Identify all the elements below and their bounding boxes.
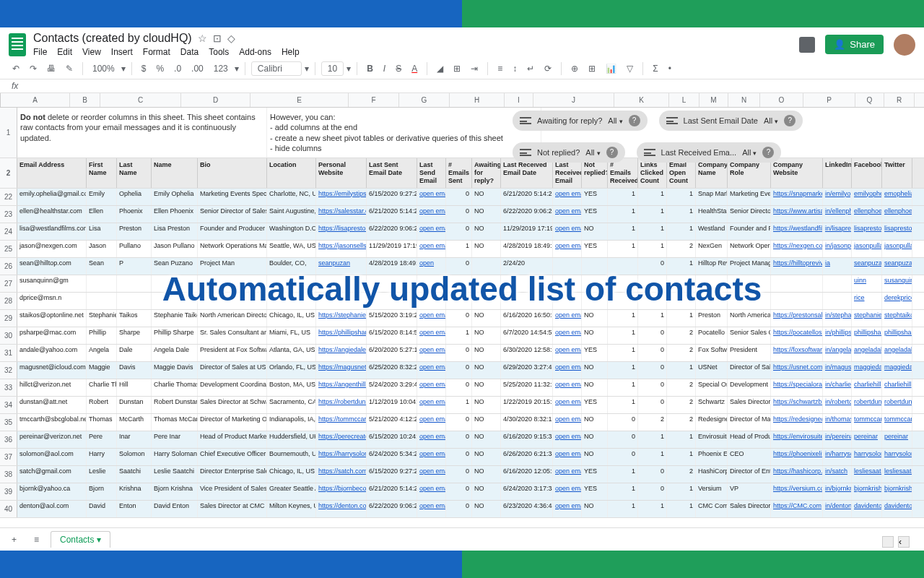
cell[interactable]: ellenphoeni: [852, 206, 882, 223]
zoom-select[interactable]: 100%: [89, 61, 118, 76]
cell[interactable]: Lisa Preston: [152, 223, 198, 240]
cell[interactable]: Emily Ophelia: [152, 189, 198, 205]
cell[interactable]: HealthStar: [696, 206, 728, 223]
menu-data[interactable]: Data: [180, 47, 199, 57]
cell[interactable]: Bjorn Krishna: [152, 483, 198, 500]
cell[interactable]: open email: [553, 449, 582, 465]
cell[interactable]: Ellen Phoenix: [152, 206, 198, 223]
menu-help[interactable]: Help: [282, 47, 300, 57]
header-cell[interactable]: Company Name: [696, 158, 728, 187]
cell[interactable]: [823, 275, 852, 292]
cell[interactable]: 2: [667, 327, 696, 344]
cell[interactable]: in/emilyop: [823, 189, 852, 205]
cell[interactable]: 6/20/2020 5:27:12: [367, 345, 417, 361]
cell[interactable]: https://harrysolom: [316, 449, 367, 465]
cell[interactable]: Krishna: [117, 483, 152, 500]
cell[interactable]: Founder and Producer: [198, 223, 267, 240]
increase-decimal-icon[interactable]: .00: [188, 61, 207, 76]
column-header[interactable]: M: [699, 93, 728, 107]
row-number[interactable]: 32: [0, 362, 17, 379]
cell[interactable]: susanquinn: [882, 275, 912, 292]
column-header[interactable]: E: [250, 93, 349, 107]
cell[interactable]: Special Oran: [696, 379, 728, 396]
cell[interactable]: 0: [446, 223, 472, 240]
cell[interactable]: [501, 275, 553, 292]
cell[interactable]: Senior Sales Cons: [728, 327, 771, 344]
column-header[interactable]: K: [614, 93, 669, 107]
cell[interactable]: North American Director of Sales at Pres…: [198, 310, 267, 327]
cell[interactable]: https://specialorange: [771, 379, 823, 396]
cell[interactable]: Chicago, IL, US: [267, 466, 316, 483]
cell[interactable]: magusnet@icloud.com: [17, 362, 87, 379]
header-cell[interactable]: Company Role: [728, 158, 771, 187]
document-title[interactable]: Contacts (created by cloudHQ): [33, 32, 192, 45]
cell[interactable]: Saint Augustine, F: [267, 206, 316, 223]
cell[interactable]: robertdunsta: [852, 397, 882, 413]
cell[interactable]: 6/16/2020 16:50:56: [501, 310, 553, 327]
cell[interactable]: President: [728, 345, 771, 361]
cell[interactable]: 6/22/2020 9:06:23: [367, 501, 417, 517]
cell[interactable]: https://angiedale.c: [316, 345, 367, 361]
cell[interactable]: 1: [608, 345, 638, 361]
cell[interactable]: in/magusn: [823, 362, 852, 379]
cell[interactable]: 1: [608, 189, 638, 205]
cell[interactable]: 6/26/2020 6:21:34: [501, 449, 553, 465]
cell[interactable]: NO: [472, 379, 501, 396]
cell[interactable]: 6/15/2020 9:27:23: [367, 189, 417, 205]
column-header[interactable]: R: [884, 93, 915, 107]
cell[interactable]: open email: [417, 345, 446, 361]
cell[interactable]: Network Operati: [728, 241, 771, 257]
cell[interactable]: Orlando, FL, US: [267, 362, 316, 379]
cell[interactable]: 1: [667, 483, 696, 500]
column-header[interactable]: P: [803, 93, 855, 107]
header-cell[interactable]: Name: [152, 158, 198, 187]
cell[interactable]: Solomon: [117, 449, 152, 465]
filter-pill[interactable]: Not replied?All ▾?: [513, 142, 625, 163]
cell[interactable]: Ophelia: [117, 189, 152, 205]
cell[interactable]: 4/30/2020 8:32:15: [501, 414, 553, 431]
cell[interactable]: Bjorn: [87, 483, 117, 500]
cell[interactable]: in/denton: [823, 501, 852, 517]
cell[interactable]: [117, 293, 152, 309]
header-cell[interactable]: Personal Website: [316, 158, 367, 187]
cell[interactable]: [198, 293, 267, 309]
cell[interactable]: Marketing Events: [728, 189, 771, 205]
cell[interactable]: tmccarth@sbcglobal.net: [17, 414, 87, 431]
row-number[interactable]: 31: [0, 345, 17, 361]
cell[interactable]: https://salesstar.co: [316, 206, 367, 223]
cell[interactable]: 6/24/2020 5:34:22: [367, 449, 417, 465]
cell[interactable]: 0: [638, 258, 667, 275]
cell[interactable]: 1: [446, 397, 472, 413]
cell[interactable]: Project Man: [198, 258, 267, 275]
cell[interactable]: Marketing Events Specialist at Snap: [198, 189, 267, 205]
cell[interactable]: https://snapmarketin: [771, 189, 823, 205]
cell[interactable]: in/charlieth: [823, 379, 852, 396]
cell[interactable]: 6/21/2020 5:14:29: [367, 206, 417, 223]
cell[interactable]: 1: [608, 483, 638, 500]
cell[interactable]: 1: [638, 501, 667, 517]
cell[interactable]: NO: [472, 345, 501, 361]
cell[interactable]: https://lisapreston.: [316, 223, 367, 240]
cell[interactable]: seanpuzan: [316, 258, 367, 275]
cell[interactable]: [152, 275, 198, 292]
cell[interactable]: satch@gmail.com: [17, 466, 87, 483]
cell[interactable]: Phoenix Elit: [696, 449, 728, 465]
cell[interactable]: jasonpullan: [852, 241, 882, 257]
cell[interactable]: 0: [638, 362, 667, 379]
cell[interactable]: open email: [417, 362, 446, 379]
cell[interactable]: 1: [667, 310, 696, 327]
menu-tools[interactable]: Tools: [209, 47, 229, 57]
cell[interactable]: Charlotte, NC, US: [267, 189, 316, 205]
cell[interactable]: https://redesignedre: [771, 414, 823, 431]
cell[interactable]: [117, 275, 152, 292]
column-header[interactable]: A: [1, 93, 70, 107]
cell[interactable]: Project Manage: [728, 258, 771, 275]
cell[interactable]: in/ellenpho: [823, 206, 852, 223]
cell[interactable]: Enton: [117, 501, 152, 517]
filter-icon[interactable]: ▽: [623, 61, 637, 76]
cell[interactable]: https://stephanieTa: [316, 310, 367, 327]
cell[interactable]: bjornk@yahoo.ca: [17, 483, 87, 500]
row-number[interactable]: 23: [0, 206, 17, 223]
cell[interactable]: Director of Marke: [728, 414, 771, 431]
row-number[interactable]: 24: [0, 223, 17, 240]
